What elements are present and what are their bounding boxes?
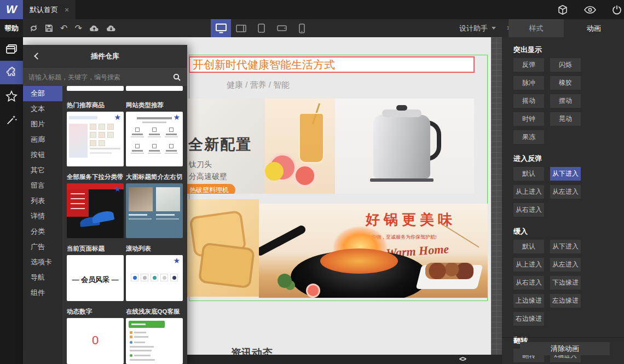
animation-option-button[interactable]: 从右进入: [513, 203, 544, 217]
animation-option-button[interactable]: 从左进入: [550, 185, 581, 199]
headline-text-element[interactable]: 开创新时代健康智能生活方式: [189, 56, 475, 73]
blender-banner[interactable]: 全新配置 钛刀头 分高速破壁 热破壁料理机: [187, 99, 474, 194]
plugin-category-item[interactable]: 全部: [23, 86, 62, 101]
cloud-download-icon[interactable]: [106, 25, 116, 32]
save-icon[interactable]: [45, 24, 53, 32]
device-phone-button[interactable]: [292, 19, 312, 37]
plugin-category-item[interactable]: 其它: [23, 163, 62, 178]
device-tablet-button[interactable]: [251, 19, 271, 37]
animation-option-button[interactable]: 摇动: [513, 94, 544, 108]
plugin-category-item[interactable]: 留言: [23, 178, 62, 193]
plugin-category-item[interactable]: 分类: [23, 224, 62, 239]
plugin-card-services-menu[interactable]: ★: [67, 183, 124, 238]
preview-decoration: [129, 214, 147, 216]
preview-decoration: [90, 148, 120, 149]
plugin-category-item[interactable]: 组件: [23, 285, 62, 301]
preview-thumb: [99, 140, 105, 146]
cloud-upload-icon[interactable]: [89, 25, 99, 32]
clear-animation-button[interactable]: 清除动画: [520, 342, 610, 355]
animation-option-button[interactable]: 下边缘进: [550, 276, 581, 290]
plugin-card-page-title[interactable]: — 会员风采 —: [67, 255, 124, 301]
design-assistant-button[interactable]: 设计助手: [459, 19, 496, 37]
device-desktop-button[interactable]: [211, 19, 231, 37]
animation-option-button[interactable]: 从右进入: [513, 276, 544, 290]
animation-option-button[interactable]: 脉冲: [513, 76, 544, 90]
design-canvas[interactable]: 开创新时代健康智能生活方式 健康 / 营养 / 智能 全新配置 钛刀头 分高速破…: [187, 37, 502, 364]
page-tab-label: 默认首页: [30, 5, 58, 15]
animation-option-button[interactable]: 反弹: [513, 58, 544, 72]
plugin-category-item[interactable]: 列表: [23, 193, 62, 209]
animation-option-button[interactable]: 果冻: [513, 130, 544, 144]
animation-option-button[interactable]: 时钟: [513, 112, 544, 126]
animation-option-button[interactable]: 从上进入: [513, 185, 544, 199]
page-tab[interactable]: 默认首页 ×: [23, 0, 76, 19]
animation-option-button[interactable]: 从左进入: [550, 258, 581, 271]
stirfry-food: [320, 249, 398, 274]
animation-option-button[interactable]: 上边缘进: [513, 294, 544, 308]
panel-divider: [502, 337, 624, 338]
wok-banner[interactable]: 好锅更美味 无忧购物，至诚服务为你保驾护航! Warm Home: [259, 204, 488, 298]
canvas-scrollbar[interactable]: [491, 37, 502, 355]
device-laptop-button[interactable]: [231, 19, 251, 37]
favorite-star-icon[interactable]: ★: [173, 257, 180, 264]
plugin-category-item[interactable]: 文本: [23, 101, 62, 117]
plugin-category-item[interactable]: 选项卡: [23, 255, 62, 270]
sidebar-favorites-button[interactable]: [0, 84, 23, 108]
toast-photo[interactable]: [187, 199, 259, 297]
tab-style[interactable]: 样式: [509, 19, 564, 37]
plugin-category-item[interactable]: 详情: [23, 209, 62, 224]
plugin-category-item[interactable]: 导航: [23, 270, 62, 285]
animation-option-button[interactable]: 晃动: [550, 112, 581, 126]
template-cube-icon[interactable]: [557, 4, 568, 15]
animation-option-button[interactable]: 闪烁: [550, 58, 581, 72]
device-phone-landscape-button[interactable]: [271, 19, 292, 37]
animation-options: 默认从下进入从上进入从左进入从右进入下边缘进上边缘进左边缘进右边缘进: [513, 240, 619, 330]
animation-option-button[interactable]: 从下进入: [550, 167, 581, 181]
search-input[interactable]: [23, 73, 173, 81]
animation-option-button[interactable]: 左边缘进: [550, 294, 581, 308]
plugin-category-item[interactable]: 广告: [23, 239, 62, 255]
help-button[interactable]: 帮助: [0, 19, 23, 37]
sidebar-magic-wand-button[interactable]: [0, 108, 23, 131]
code-icon[interactable]: <>: [459, 355, 466, 363]
plugin-card-partial[interactable]: [67, 86, 124, 91]
subtitle-text[interactable]: 健康 / 营养 / 智能: [227, 80, 290, 90]
tab-animation[interactable]: 动画: [564, 19, 624, 37]
animation-option-button[interactable]: 右边缘进: [513, 312, 544, 326]
plugin-category-item[interactable]: 图片: [23, 117, 62, 132]
favorite-star-icon[interactable]: ★: [114, 113, 121, 121]
toolbar: 帮助 ↶ ↷: [0, 19, 624, 37]
preview-thumb: [147, 144, 161, 158]
close-tab-icon[interactable]: ×: [65, 5, 69, 14]
power-icon[interactable]: [612, 5, 622, 15]
animation-option-button[interactable]: 默认: [513, 240, 544, 253]
plugin-card-partial[interactable]: [126, 86, 183, 91]
search-icon[interactable]: [173, 73, 181, 81]
animation-option-button[interactable]: 默认: [513, 167, 544, 181]
animation-option-button[interactable]: 橡胶: [550, 76, 581, 90]
sidebar-pages-button[interactable]: [0, 37, 23, 61]
app-logo[interactable]: W: [0, 0, 23, 19]
plugin-card-hot-products[interactable]: ★: [67, 112, 124, 166]
plugin-category-item[interactable]: 画廊: [23, 132, 62, 147]
undo-icon[interactable]: ↶: [60, 24, 67, 33]
plugin-card-image-slider[interactable]: [126, 183, 183, 238]
kettle-base: [370, 178, 434, 182]
preview-logo: [141, 274, 148, 281]
animation-option-button[interactable]: 摆动: [550, 94, 581, 108]
plugin-card-scroll-list[interactable]: ★: [126, 255, 183, 301]
sidebar-plugins-button[interactable]: [0, 61, 23, 84]
animation-option-button[interactable]: 从上进入: [513, 258, 544, 271]
preview-eye-icon[interactable]: [584, 6, 596, 14]
redo-icon[interactable]: ↷: [74, 24, 82, 33]
plugin-cell: 滚动列表 ★: [126, 238, 183, 301]
favorite-star-icon[interactable]: ★: [173, 113, 180, 121]
plugin-category-item[interactable]: 按钮: [23, 147, 62, 163]
favorite-star-icon[interactable]: ★: [114, 185, 121, 193]
plugin-card-site-types[interactable]: ★: [126, 112, 183, 166]
refresh-icon[interactable]: [30, 24, 38, 32]
animation-option-button[interactable]: 从下进入: [550, 240, 581, 253]
banner-cta-button[interactable]: 热破壁料理机: [187, 184, 235, 194]
plugin-card-dynamic-number[interactable]: 0: [67, 318, 124, 364]
plugin-card-qq-service[interactable]: [126, 318, 183, 364]
